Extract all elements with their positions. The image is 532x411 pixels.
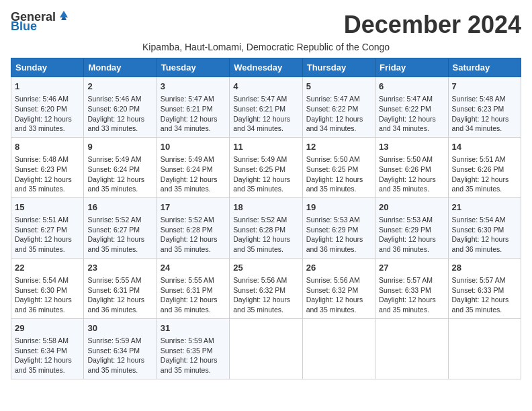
day-info: Sunrise: 5:49 AM Sunset: 6:25 PM Dayligh…	[233, 154, 298, 194]
day-info: Sunrise: 5:54 AM Sunset: 6:30 PM Dayligh…	[15, 275, 80, 315]
calendar-day-cell: 21Sunrise: 5:54 AM Sunset: 6:30 PM Dayli…	[448, 197, 521, 258]
day-info: Sunrise: 5:46 AM Sunset: 6:20 PM Dayligh…	[15, 94, 80, 134]
day-number: 16	[87, 201, 152, 214]
weekday-header-friday: Friday	[375, 58, 448, 77]
calendar-day-cell: 9Sunrise: 5:49 AM Sunset: 6:24 PM Daylig…	[84, 137, 157, 197]
calendar-day-cell: 8Sunrise: 5:48 AM Sunset: 6:23 PM Daylig…	[11, 137, 84, 197]
day-number: 3	[161, 81, 226, 93]
logo-blue-text: Blue	[11, 20, 71, 32]
day-info: Sunrise: 5:47 AM Sunset: 6:21 PM Dayligh…	[161, 94, 226, 134]
day-info: Sunrise: 5:55 AM Sunset: 6:31 PM Dayligh…	[87, 275, 152, 315]
day-number: 18	[233, 201, 298, 214]
day-number: 24	[161, 262, 226, 274]
day-info: Sunrise: 5:49 AM Sunset: 6:24 PM Dayligh…	[161, 154, 226, 194]
day-info: Sunrise: 5:56 AM Sunset: 6:32 PM Dayligh…	[306, 275, 371, 315]
calendar-day-cell: 15Sunrise: 5:51 AM Sunset: 6:27 PM Dayli…	[11, 197, 84, 258]
day-number: 2	[87, 81, 152, 93]
svg-marker-0	[60, 11, 68, 17]
day-number: 26	[306, 262, 371, 274]
calendar-day-cell: 26Sunrise: 5:56 AM Sunset: 6:32 PM Dayli…	[302, 258, 375, 318]
month-title: December 2024	[344, 11, 521, 39]
day-number: 30	[87, 322, 152, 334]
weekday-header-saturday: Saturday	[448, 58, 521, 77]
weekday-header-sunday: Sunday	[11, 58, 84, 77]
day-info: Sunrise: 5:59 AM Sunset: 6:34 PM Dayligh…	[87, 336, 152, 375]
day-number: 11	[233, 141, 298, 153]
calendar-day-cell: 29Sunrise: 5:58 AM Sunset: 6:34 PM Dayli…	[11, 318, 84, 379]
calendar-day-cell: 18Sunrise: 5:52 AM Sunset: 6:28 PM Dayli…	[230, 197, 302, 258]
weekday-header-thursday: Thursday	[302, 58, 375, 77]
calendar-day-cell: 20Sunrise: 5:53 AM Sunset: 6:29 PM Dayli…	[375, 197, 448, 258]
logo-icon	[57, 8, 71, 21]
day-info: Sunrise: 5:50 AM Sunset: 6:26 PM Dayligh…	[379, 154, 444, 194]
calendar-day-cell: 10Sunrise: 5:49 AM Sunset: 6:24 PM Dayli…	[157, 137, 229, 197]
calendar-week-row: 29Sunrise: 5:58 AM Sunset: 6:34 PM Dayli…	[11, 318, 521, 379]
day-info: Sunrise: 5:56 AM Sunset: 6:32 PM Dayligh…	[233, 275, 298, 315]
calendar-week-row: 22Sunrise: 5:54 AM Sunset: 6:30 PM Dayli…	[11, 258, 521, 318]
day-number: 8	[15, 141, 80, 153]
day-number: 9	[87, 141, 152, 153]
day-number: 5	[306, 81, 371, 93]
day-number: 29	[15, 322, 80, 334]
calendar-day-cell: 4Sunrise: 5:47 AM Sunset: 6:21 PM Daylig…	[230, 77, 302, 138]
day-number: 21	[452, 201, 517, 214]
day-number: 22	[15, 262, 80, 274]
header: General Blue December 2024	[11, 11, 521, 39]
day-info: Sunrise: 5:48 AM Sunset: 6:23 PM Dayligh…	[15, 154, 80, 194]
day-number: 12	[306, 141, 371, 153]
calendar-day-cell: 24Sunrise: 5:55 AM Sunset: 6:31 PM Dayli…	[157, 258, 229, 318]
day-number: 25	[233, 262, 298, 274]
calendar-empty-cell	[375, 318, 448, 379]
calendar-day-cell: 12Sunrise: 5:50 AM Sunset: 6:25 PM Dayli…	[302, 137, 375, 197]
logo: General Blue	[11, 11, 71, 32]
day-info: Sunrise: 5:52 AM Sunset: 6:27 PM Dayligh…	[87, 215, 152, 255]
calendar-day-cell: 3Sunrise: 5:47 AM Sunset: 6:21 PM Daylig…	[157, 77, 229, 138]
calendar-day-cell: 5Sunrise: 5:47 AM Sunset: 6:22 PM Daylig…	[302, 77, 375, 138]
page-wrapper: General Blue December 2024 Kipamba, Haut…	[11, 11, 521, 379]
calendar-week-row: 8Sunrise: 5:48 AM Sunset: 6:23 PM Daylig…	[11, 137, 521, 197]
day-info: Sunrise: 5:57 AM Sunset: 6:33 PM Dayligh…	[379, 275, 444, 315]
calendar-day-cell: 31Sunrise: 5:59 AM Sunset: 6:35 PM Dayli…	[157, 318, 229, 379]
calendar-body: 1Sunrise: 5:46 AM Sunset: 6:20 PM Daylig…	[11, 77, 521, 379]
day-number: 28	[452, 262, 517, 274]
day-number: 23	[87, 262, 152, 274]
day-number: 13	[379, 141, 444, 153]
day-number: 27	[379, 262, 444, 274]
calendar-day-cell: 22Sunrise: 5:54 AM Sunset: 6:30 PM Dayli…	[11, 258, 84, 318]
calendar-table: SundayMondayTuesdayWednesdayThursdayFrid…	[11, 58, 521, 379]
day-number: 10	[161, 141, 226, 153]
calendar-day-cell: 23Sunrise: 5:55 AM Sunset: 6:31 PM Dayli…	[84, 258, 157, 318]
day-number: 1	[15, 81, 80, 93]
day-info: Sunrise: 5:59 AM Sunset: 6:35 PM Dayligh…	[161, 336, 226, 375]
calendar-day-cell: 25Sunrise: 5:56 AM Sunset: 6:32 PM Dayli…	[230, 258, 302, 318]
calendar-week-row: 15Sunrise: 5:51 AM Sunset: 6:27 PM Dayli…	[11, 197, 521, 258]
calendar-day-cell: 6Sunrise: 5:47 AM Sunset: 6:22 PM Daylig…	[375, 77, 448, 138]
day-info: Sunrise: 5:51 AM Sunset: 6:26 PM Dayligh…	[452, 154, 517, 194]
calendar-day-cell: 17Sunrise: 5:52 AM Sunset: 6:28 PM Dayli…	[157, 197, 229, 258]
day-info: Sunrise: 5:57 AM Sunset: 6:33 PM Dayligh…	[452, 275, 517, 315]
day-info: Sunrise: 5:54 AM Sunset: 6:30 PM Dayligh…	[452, 215, 517, 255]
calendar-header: SundayMondayTuesdayWednesdayThursdayFrid…	[11, 58, 521, 77]
calendar-day-cell: 13Sunrise: 5:50 AM Sunset: 6:26 PM Dayli…	[375, 137, 448, 197]
weekday-header-tuesday: Tuesday	[157, 58, 229, 77]
weekday-header-row: SundayMondayTuesdayWednesdayThursdayFrid…	[11, 58, 521, 77]
day-info: Sunrise: 5:53 AM Sunset: 6:29 PM Dayligh…	[379, 215, 444, 255]
calendar-day-cell: 2Sunrise: 5:46 AM Sunset: 6:20 PM Daylig…	[84, 77, 157, 138]
weekday-header-monday: Monday	[84, 58, 157, 77]
calendar-week-row: 1Sunrise: 5:46 AM Sunset: 6:20 PM Daylig…	[11, 77, 521, 138]
day-info: Sunrise: 5:47 AM Sunset: 6:22 PM Dayligh…	[379, 94, 444, 134]
day-number: 15	[15, 201, 80, 214]
calendar-day-cell: 30Sunrise: 5:59 AM Sunset: 6:34 PM Dayli…	[84, 318, 157, 379]
day-number: 17	[161, 201, 226, 214]
calendar-day-cell: 1Sunrise: 5:46 AM Sunset: 6:20 PM Daylig…	[11, 77, 84, 138]
day-number: 20	[379, 201, 444, 214]
calendar-day-cell: 7Sunrise: 5:48 AM Sunset: 6:23 PM Daylig…	[448, 77, 521, 138]
day-info: Sunrise: 5:55 AM Sunset: 6:31 PM Dayligh…	[161, 275, 226, 315]
day-number: 19	[306, 201, 371, 214]
day-number: 6	[379, 81, 444, 93]
calendar-day-cell: 19Sunrise: 5:53 AM Sunset: 6:29 PM Dayli…	[302, 197, 375, 258]
calendar-day-cell: 28Sunrise: 5:57 AM Sunset: 6:33 PM Dayli…	[448, 258, 521, 318]
day-number: 31	[161, 322, 226, 334]
day-info: Sunrise: 5:49 AM Sunset: 6:24 PM Dayligh…	[87, 154, 152, 194]
day-info: Sunrise: 5:52 AM Sunset: 6:28 PM Dayligh…	[233, 215, 298, 255]
